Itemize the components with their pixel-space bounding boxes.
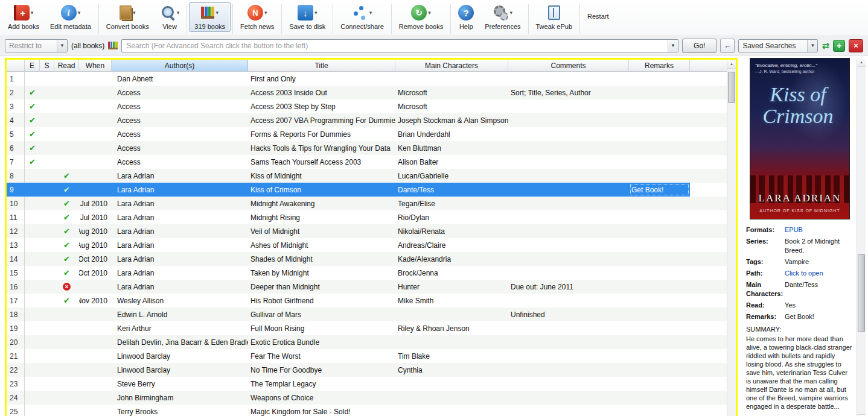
copy-search-icon[interactable]: ⇄ — [822, 40, 829, 51]
table-row[interactable]: 21 Linwood Barclay Fear The Worst Tim Bl… — [7, 349, 727, 363]
toolbar-separator — [281, 4, 282, 34]
table-row[interactable]: 12 ✔ Aug 2010 Lara Adrian Veil of Midnig… — [7, 224, 727, 238]
cell-remarks: Get Book! — [629, 183, 690, 197]
table-row[interactable]: 5 ✔ Access Forms & Reports For Dummies B… — [7, 127, 727, 141]
detail-field-link[interactable]: EPUB — [785, 225, 854, 234]
column-header-title[interactable]: Title — [248, 60, 395, 72]
saved-searches-dropdown[interactable]: Saved Searches ▼ — [738, 39, 818, 52]
table-row[interactable]: 15 ✔ Oct 2010 Lara Adrian Taken by Midni… — [7, 266, 727, 280]
table-row[interactable]: 22 Linwood Barclay No Time For Goodbye C… — [7, 363, 727, 377]
toolbar-view[interactable]: ▾ View — [155, 2, 185, 32]
table-row[interactable]: 6 ✔ Access Hacks Tools & Tips for Wrangl… — [7, 141, 727, 155]
table-row[interactable]: 10 ✔ Jul 2010 Lara Adrian Midnight Awake… — [7, 197, 727, 210]
cell-main-characters: Andreas/Claire — [395, 238, 508, 252]
chevron-down-icon[interactable]: ▾ — [133, 10, 136, 16]
table-row[interactable]: 14 ✔ Oct 2010 Lara Adrian Shades of Midn… — [7, 252, 727, 266]
chevron-down-icon[interactable]: ▾ — [369, 10, 372, 16]
library-restriction-icon[interactable] — [108, 42, 118, 49]
book-cover[interactable]: “Evocative, enticing, erotic...” —J. R. … — [750, 58, 850, 219]
chevron-down-icon[interactable]: ▾ — [510, 10, 513, 16]
column-header-remarks[interactable]: Remarks — [629, 60, 690, 72]
toolbar-connect-share[interactable]: ▾ Connect/share — [335, 2, 389, 32]
table-row[interactable]: 13 ✔ Aug 2010 Lara Adrian Ashes of Midni… — [7, 238, 727, 252]
table-row[interactable]: 2 ✔ Access Access 2003 Inside Out Micros… — [7, 86, 727, 99]
column-header-when[interactable]: When — [79, 60, 112, 72]
chevron-down-icon[interactable]: ▾ — [215, 10, 219, 16]
table-row[interactable]: 25 Terry Brooks Magic Kingdom for Sale -… — [7, 405, 727, 416]
toolbar-remove-books[interactable]: ▾ Remove books — [394, 2, 448, 32]
go-button[interactable]: Go! — [682, 39, 716, 53]
chevron-down-icon[interactable]: ▾ — [428, 10, 431, 16]
chevron-down-icon[interactable]: ▾ — [31, 10, 34, 16]
cell-filler — [690, 86, 727, 99]
table-row[interactable]: 3 ✔ Access Access 2003 Step by Step Micr… — [7, 99, 727, 113]
search-input[interactable] — [121, 39, 678, 52]
cell-main-characters: Nikolai/Renata — [395, 224, 508, 238]
toolbar-edit-metadata[interactable]: ▾ Edit metadata — [45, 2, 97, 32]
check-icon: ✔ — [29, 116, 36, 124]
cell-e — [25, 169, 40, 183]
toolbar-fetch-news[interactable]: ▾ Fetch news — [235, 2, 279, 32]
column-header-authors[interactable]: Author(s) — [112, 60, 248, 72]
details-scrollbar[interactable]: ▲ ▼ — [857, 58, 866, 416]
save-search-button[interactable]: + — [833, 40, 845, 52]
table-row[interactable]: 18 Edwin L. Arnold Gullivar of Mars Unfi… — [7, 307, 727, 321]
chevron-down-icon[interactable]: ▾ — [177, 10, 180, 16]
column-header-read[interactable]: Read — [54, 60, 79, 72]
table-row[interactable]: 11 ✔ Jul 2010 Lara Adrian Midnight Risin… — [7, 210, 727, 224]
cell-s — [40, 252, 54, 266]
table-row[interactable]: 8 ✔ Lara Adrian Kiss of Midnight Lucan/G… — [7, 169, 727, 183]
cross-icon: × — [63, 283, 71, 291]
cell-main-characters: Microsoft — [395, 86, 508, 99]
toolbar-save-to-disk[interactable]: ▾ Save to disk — [284, 2, 331, 32]
table-row[interactable]: 23 Steve Berry The Templar Legacy — [7, 377, 727, 391]
table-row[interactable]: 1 Dan Abnett First and Only — [7, 72, 727, 86]
chevron-down-icon[interactable]: ▾ — [78, 10, 81, 16]
fetch-news-icon — [247, 5, 263, 20]
scroll-up-icon[interactable]: ▲ — [727, 60, 736, 69]
cell-e — [25, 72, 40, 86]
cell-remarks — [629, 307, 690, 321]
cell-title: Taken by Midnight — [248, 266, 395, 280]
table-row[interactable]: 19 Keri Arthur Full Moon Rising Riley & … — [7, 321, 727, 335]
toolbar-add-books[interactable]: ▾ Add books — [2, 2, 45, 32]
delete-search-button[interactable]: × — [849, 39, 863, 52]
toolbar-help[interactable]: Help — [453, 2, 479, 32]
column-header-s[interactable]: S — [40, 60, 54, 72]
table-row[interactable]: 24 John Birmingham Weapons of Choice — [7, 391, 727, 405]
toolbar-convert-books[interactable]: ▾ Convert books — [101, 2, 155, 32]
cell-e — [25, 321, 40, 335]
toolbar-separator — [232, 4, 233, 34]
cell-e — [25, 280, 40, 294]
scrollbar-thumb[interactable] — [858, 254, 865, 332]
restrict-to-dropdown[interactable]: Restrict to ▼ — [5, 39, 68, 52]
chevron-down-icon[interactable]: ▼ — [668, 40, 678, 52]
toolbar-tweak-epub[interactable]: Tweak ePub — [531, 2, 578, 32]
table-scrollbar[interactable]: ▲ ▼ — [727, 60, 736, 416]
cell-remarks — [629, 210, 690, 224]
table-row[interactable]: 7 ✔ Access Sams Teach Yourself Access 20… — [7, 155, 727, 169]
cell-authors: Linwood Barclay — [112, 349, 248, 363]
column-header-main-characters[interactable]: Main Characters — [395, 60, 508, 72]
column-header-e[interactable]: E — [25, 60, 40, 72]
toolbar-preferences[interactable]: ▾ Preferences — [479, 2, 526, 32]
table-row[interactable]: 9 ✔ Lara Adrian Kiss of Crimson Dante/Te… — [7, 183, 727, 197]
table-row[interactable]: 20 Delilah Devlin, Jina Bacarr & Eden Br… — [7, 335, 727, 349]
toolbar-separator — [450, 4, 451, 34]
table-row[interactable]: 17 ✔ Nov 2010 Wesley Allison His Robot G… — [7, 294, 727, 307]
toolbar-restart[interactable]: Restart — [582, 2, 614, 22]
cell-authors: Access — [112, 155, 248, 169]
column-header-comments[interactable]: Comments — [508, 60, 629, 72]
table-row[interactable]: 4 ✔ Access Access 2007 VBA Programming F… — [7, 113, 727, 127]
table-row[interactable]: 16 × Lara Adrian Deeper than Midnight Hu… — [7, 280, 727, 294]
chevron-down-icon[interactable]: ▾ — [264, 10, 267, 16]
scrollbar-thumb[interactable] — [728, 72, 735, 103]
cell-title: Fear The Worst — [248, 349, 395, 363]
clear-search-button[interactable]: ← — [720, 39, 735, 53]
cell-s — [40, 183, 54, 197]
chevron-down-icon[interactable]: ▾ — [314, 10, 318, 16]
cell-main-characters: Ken Bluttman — [395, 141, 508, 155]
scroll-up-icon[interactable]: ▲ — [857, 58, 866, 67]
detail-field-link[interactable]: Click to open — [785, 269, 854, 277]
toolbar-library-books[interactable]: ▾ 319 books — [189, 2, 231, 32]
